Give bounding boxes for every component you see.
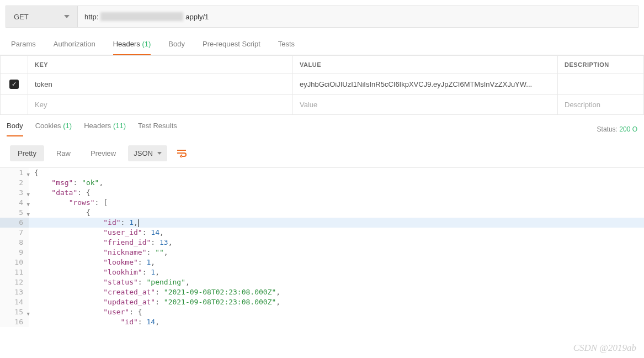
url-prefix: http: bbox=[84, 13, 98, 21]
wrap-toggle-button[interactable] bbox=[172, 144, 191, 162]
view-preview-button[interactable]: Preview bbox=[83, 145, 124, 161]
header-value-col: VALUE bbox=[293, 56, 558, 74]
code-line[interactable]: 5▼ { bbox=[0, 208, 644, 218]
view-raw-button[interactable]: Raw bbox=[49, 145, 78, 161]
resp-tab-body[interactable]: Body bbox=[7, 122, 23, 136]
url-redacted-segment bbox=[100, 12, 183, 21]
view-pretty-button[interactable]: Pretty bbox=[10, 145, 44, 161]
header-value-cell[interactable]: eyJhbGciOiJIUzI1NiIsInR5cCI6IkpXVCJ9.eyJ… bbox=[293, 74, 558, 95]
code-line[interactable]: 11 "lookhim": 1, bbox=[0, 267, 644, 277]
header-key-cell[interactable]: token bbox=[28, 74, 293, 95]
tab-authorization[interactable]: Authorization bbox=[54, 40, 95, 55]
code-line[interactable]: 14 "updated_at": "2021-09-08T02:23:08.00… bbox=[0, 297, 644, 307]
header-key-col: KEY bbox=[28, 56, 293, 74]
text-cursor bbox=[139, 219, 139, 227]
code-line[interactable]: 2 "msg": "ok", bbox=[0, 178, 644, 188]
code-line[interactable]: 15▼ "user": { bbox=[0, 307, 644, 317]
tab-prerequest[interactable]: Pre-request Script bbox=[203, 40, 260, 55]
headers-table: KEY VALUE DESCRIPTION ✓ token eyJhbGciOi… bbox=[0, 55, 644, 115]
code-line[interactable]: 10 "lookme": 1, bbox=[0, 257, 644, 267]
watermark: CSDN @2019ab bbox=[573, 343, 636, 354]
code-line[interactable]: 6 "id": 1, bbox=[0, 218, 644, 228]
code-line[interactable]: 1▼{ bbox=[0, 168, 644, 178]
header-value-placeholder[interactable]: Value bbox=[293, 95, 558, 115]
url-suffix: apply/1 bbox=[185, 13, 209, 21]
row-checkbox[interactable]: ✓ bbox=[9, 80, 19, 89]
http-method-select[interactable]: GET bbox=[6, 6, 78, 27]
code-line[interactable]: 7 "user_id": 14, bbox=[0, 228, 644, 238]
resp-tab-headers[interactable]: Headers (11) bbox=[84, 122, 126, 136]
table-row-empty: Key Value Description bbox=[1, 95, 644, 115]
tab-tests[interactable]: Tests bbox=[278, 40, 295, 55]
code-line[interactable]: 13 "created_at": "2021-09-08T02:23:08.00… bbox=[0, 287, 644, 297]
chevron-down-icon bbox=[64, 15, 70, 18]
header-desc-placeholder[interactable]: Description bbox=[558, 95, 644, 115]
resp-tab-cookies[interactable]: Cookies (1) bbox=[35, 122, 72, 136]
request-tabs: Params Authorization Headers (1) Body Pr… bbox=[0, 28, 644, 55]
response-tabs: Body Cookies (1) Headers (11) Test Resul… bbox=[7, 122, 177, 136]
tab-body[interactable]: Body bbox=[168, 40, 185, 55]
response-code-viewer[interactable]: 1▼{2 "msg": "ok",3▼ "data": {4▼ "rows": … bbox=[0, 167, 644, 327]
view-controls: Pretty Raw Preview JSON bbox=[0, 136, 644, 167]
code-line[interactable]: 16 "id": 14, bbox=[0, 317, 644, 327]
code-line[interactable]: 12 "status": "pending", bbox=[0, 277, 644, 287]
code-line[interactable]: 4▼ "rows": [ bbox=[0, 198, 644, 208]
resp-tab-testresults[interactable]: Test Results bbox=[138, 122, 177, 136]
table-row: ✓ token eyJhbGciOiJIUzI1NiIsInR5cCI6IkpX… bbox=[1, 74, 644, 95]
code-line[interactable]: 3▼ "data": { bbox=[0, 188, 644, 198]
tab-headers[interactable]: Headers (1) bbox=[113, 40, 151, 55]
header-desc-col: DESCRIPTION bbox=[558, 56, 644, 74]
http-method-value: GET bbox=[14, 13, 29, 21]
status-badge: Status: 200 O bbox=[597, 125, 637, 133]
request-url-bar: GET http: apply/1 bbox=[6, 6, 638, 28]
code-line[interactable]: 8 "friend_id": 13, bbox=[0, 238, 644, 248]
format-value: JSON bbox=[134, 149, 153, 157]
tab-params[interactable]: Params bbox=[11, 40, 36, 55]
header-key-placeholder[interactable]: Key bbox=[28, 95, 293, 115]
wrap-icon bbox=[176, 149, 187, 157]
header-checkbox-col bbox=[1, 56, 28, 74]
header-desc-cell[interactable] bbox=[558, 74, 644, 95]
chevron-down-icon bbox=[157, 152, 162, 155]
code-line[interactable]: 9 "nickname": "", bbox=[0, 248, 644, 257]
format-select[interactable]: JSON bbox=[128, 145, 167, 161]
response-bar: Body Cookies (1) Headers (11) Test Resul… bbox=[0, 115, 644, 136]
url-input[interactable]: http: apply/1 bbox=[78, 6, 638, 27]
